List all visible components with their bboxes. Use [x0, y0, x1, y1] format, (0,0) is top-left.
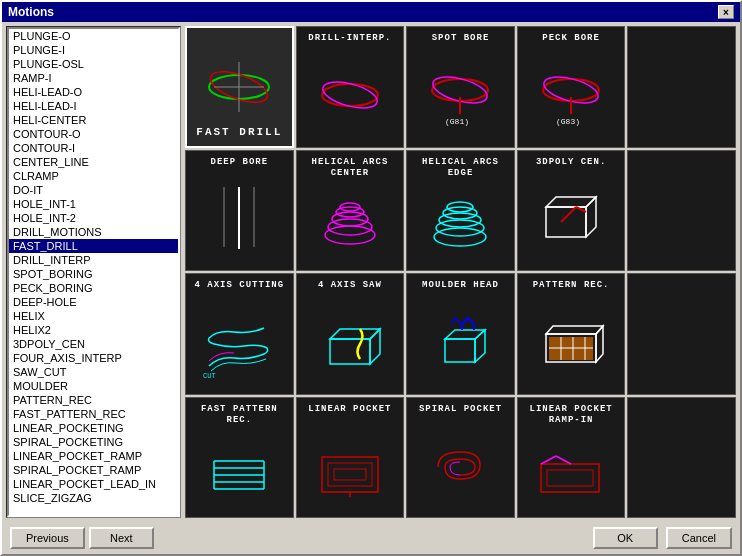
list-item[interactable]: SLICE_ZIGZAG [9, 491, 178, 505]
svg-marker-33 [330, 339, 370, 364]
svg-point-5 [320, 77, 380, 113]
main-content: PLUNGE-OPLUNGE-IPLUNGE-OSLRAMP-IHELI-LEA… [2, 22, 740, 522]
list-item[interactable]: HELIX2 [9, 323, 178, 337]
helical-edge-label: HELICAL ARCS EDGE [409, 155, 512, 182]
pattern-rec-label: PATTERN REC. [520, 278, 623, 294]
svg-point-4 [322, 84, 378, 106]
list-item[interactable]: RAMP-I [9, 71, 178, 85]
list-item[interactable]: PATTERN_REC [9, 393, 178, 407]
svg-marker-29 [546, 197, 596, 207]
list-item[interactable]: HELIX [9, 309, 178, 323]
svg-text:(G83): (G83) [556, 117, 580, 126]
svg-rect-59 [547, 470, 593, 486]
list-item[interactable]: PLUNGE-O [9, 29, 178, 43]
svg-point-22 [434, 228, 486, 246]
list-item[interactable]: HELI-LEAD-O [9, 85, 178, 99]
right-panel: FAST DRILL DRILL-INTERP. [185, 26, 736, 518]
ok-button[interactable]: OK [593, 527, 658, 549]
grid-cell-fast-drill[interactable]: FAST DRILL [185, 26, 294, 148]
grid-cell-deep-bore[interactable]: DEEP BORE [185, 150, 294, 272]
grid-cell-fast-pattern-rec[interactable]: FAST PATTERN REC. [185, 397, 294, 519]
linear-pocket-label: LINEAR POCKET [299, 402, 402, 418]
list-item[interactable]: LINEAR_POCKET_RAMP [9, 449, 178, 463]
svg-text:(G81): (G81) [445, 117, 469, 126]
list-item[interactable]: FOUR_AXIS_INTERP [9, 351, 178, 365]
grid-cell-spiral-pocket[interactable]: SPIRAL POCKET [406, 397, 515, 519]
svg-marker-27 [546, 207, 586, 237]
list-item[interactable]: PLUNGE-I [9, 43, 178, 57]
list-item[interactable]: CONTOUR-O [9, 127, 178, 141]
svg-marker-41 [546, 326, 603, 334]
svg-line-60 [541, 456, 556, 464]
peck-bore-label: PECK BORE [520, 31, 623, 47]
fast-pattern-rec-label: FAST PATTERN REC. [188, 402, 291, 429]
grid-cell-empty1[interactable] [627, 26, 736, 148]
grid-cell-4axis-saw[interactable]: 4 AXIS SAW [296, 273, 405, 395]
previous-button[interactable]: Previous [10, 527, 85, 549]
list-item[interactable]: DEEP-HOLE [9, 295, 178, 309]
list-item[interactable]: FAST_PATTERN_REC [9, 407, 178, 421]
motion-list[interactable]: PLUNGE-OPLUNGE-IPLUNGE-OSLRAMP-IHELI-LEA… [7, 27, 180, 517]
list-item[interactable]: LINEAR_POCKET_LEAD_IN [9, 477, 178, 491]
list-item[interactable]: 3DPOLY_CEN [9, 337, 178, 351]
grid-cell-empty2[interactable] [627, 150, 736, 272]
list-item[interactable]: LINEAR_POCKETING [9, 421, 178, 435]
dialog-title: Motions [8, 5, 54, 19]
svg-rect-56 [334, 469, 366, 480]
grid-cell-pattern-rec[interactable]: PATTERN REC. [517, 273, 626, 395]
grid-cell-moulder-head[interactable]: MOULDER HEAD [406, 273, 515, 395]
list-item[interactable]: CONTOUR-I [9, 141, 178, 155]
svg-text:CUT: CUT [203, 372, 216, 380]
3dpoly-label: 3DPOLY CEN. [520, 155, 623, 171]
list-item[interactable]: PLUNGE-OSL [9, 57, 178, 71]
list-item[interactable]: SPIRAL_POCKET_RAMP [9, 463, 178, 477]
list-item[interactable]: CENTER_LINE [9, 155, 178, 169]
list-item[interactable]: HELI-LEAD-I [9, 99, 178, 113]
svg-rect-54 [322, 457, 378, 492]
grid-cell-linear-pocket[interactable]: LINEAR POCKET [296, 397, 405, 519]
next-button[interactable]: Next [89, 527, 154, 549]
list-item[interactable]: PECK_BORING [9, 281, 178, 295]
svg-marker-38 [445, 330, 485, 339]
list-item[interactable]: DO-IT [9, 183, 178, 197]
list-item[interactable]: SAW_CUT [9, 365, 178, 379]
cancel-button[interactable]: Cancel [666, 527, 732, 549]
svg-rect-55 [328, 463, 372, 486]
grid-cell-3dpoly-cen[interactable]: 3DPOLY CEN. [517, 150, 626, 272]
drill-interp-label: DRILL-INTERP. [299, 31, 402, 47]
list-item[interactable]: HOLE_INT-2 [9, 211, 178, 225]
moulder-head-label: MOULDER HEAD [409, 278, 512, 294]
list-item[interactable]: HOLE_INT-1 [9, 197, 178, 211]
list-item[interactable]: CLRAMP [9, 169, 178, 183]
grid-cell-drill-interp[interactable]: DRILL-INTERP. [296, 26, 405, 148]
list-item[interactable]: SPIRAL_POCKETING [9, 435, 178, 449]
list-item[interactable]: HELI-CENTER [9, 113, 178, 127]
helical-center-label: HELICAL ARCS CENTER [299, 155, 402, 182]
svg-line-30 [561, 207, 576, 222]
list-item[interactable]: MOULDER [9, 379, 178, 393]
list-item[interactable]: SPOT_BORING [9, 267, 178, 281]
4axis-saw-label: 4 AXIS SAW [299, 278, 402, 294]
grid-cell-spot-bore[interactable]: SPOT BORE (G81) [406, 26, 515, 148]
spiral-pocket-label: SPIRAL POCKET [409, 402, 512, 418]
grid-cell-peck-bore[interactable]: PECK BORE (G83) [517, 26, 626, 148]
svg-rect-58 [541, 464, 599, 492]
list-item[interactable]: DRILL_INTERP [9, 253, 178, 267]
grid-cell-empty3[interactable] [627, 273, 736, 395]
grid-cell-helical-arcs-edge[interactable]: HELICAL ARCS EDGE [406, 150, 515, 272]
svg-marker-35 [330, 329, 380, 339]
svg-marker-36 [445, 339, 475, 362]
close-button[interactable]: × [718, 5, 734, 19]
linear-pocket-ramp-label: LINEAR POCKET RAMP-IN [520, 402, 623, 429]
grid-cell-empty4[interactable] [627, 397, 736, 519]
title-bar: Motions × [2, 2, 740, 22]
grid-cell-linear-pocket-ramp[interactable]: LINEAR POCKET RAMP-IN [517, 397, 626, 519]
grid-cell-4axis-cutting[interactable]: 4 AXIS CUTTING CUT [185, 273, 294, 395]
list-item[interactable]: FAST_DRILL [9, 239, 178, 253]
4axis-cutting-label: 4 AXIS CUTTING [188, 278, 291, 294]
left-panel: PLUNGE-OPLUNGE-IPLUNGE-OSLRAMP-IHELI-LEA… [6, 26, 181, 518]
svg-point-18 [328, 219, 372, 235]
grid-cell-helical-arcs-center[interactable]: HELICAL ARCS CENTER [296, 150, 405, 272]
list-item[interactable]: DRILL_MOTIONS [9, 225, 178, 239]
action-buttons: OK Cancel [593, 527, 732, 549]
